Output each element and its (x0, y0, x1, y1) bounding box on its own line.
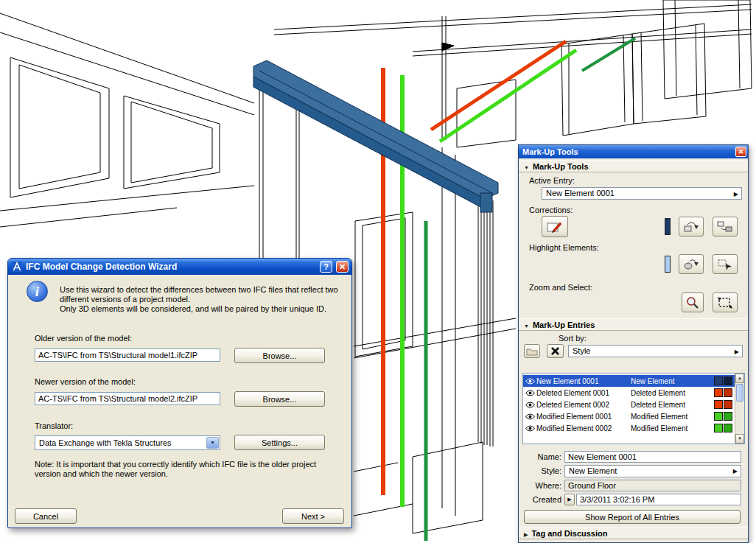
entry-created-row: Created ▶ 3/3/2011 3:02:16 PM (519, 493, 745, 506)
correction-tool-button[interactable] (542, 216, 568, 237)
visibility-eye-icon[interactable] (525, 402, 536, 408)
entry-swatch-2[interactable] (724, 424, 732, 432)
highlight-color-swatch[interactable] (665, 256, 671, 273)
newer-version-field[interactable]: AC-TS\IFC from TS\Structural model2.ifcZ… (35, 392, 220, 405)
expand-icon (524, 529, 528, 538)
entry-swatch-1[interactable] (714, 388, 723, 397)
entry-where-field: Ground Floor (564, 480, 741, 491)
add-correction-button[interactable] (679, 217, 704, 237)
palette-titlebar[interactable]: Mark-Up Tools ✕ (519, 145, 748, 158)
palette-close-icon[interactable]: ✕ (735, 147, 746, 157)
magnifier-icon (686, 296, 699, 309)
zoom-to-entry-button[interactable] (682, 292, 704, 312)
transfer-correction-button[interactable] (713, 217, 738, 237)
box-arrow-icon (683, 220, 699, 233)
created-label: Created (519, 495, 564, 504)
section-header-markup-entries[interactable]: Mark-Up Entries (519, 318, 748, 331)
entry-row[interactable]: Deleted Element 0001 Deleted Element (523, 387, 735, 399)
correction-color-swatch[interactable] (665, 218, 671, 235)
entry-name-field[interactable]: New Element 0001 (564, 451, 741, 463)
browse-newer-button[interactable]: Browse... (234, 391, 325, 407)
palette-title: Mark-Up Tools (522, 147, 578, 156)
help-icon[interactable]: ? (320, 261, 332, 273)
entry-name: Deleted Element 0001 (536, 389, 631, 397)
highlight-add-button[interactable] (679, 254, 704, 274)
name-label: Name: (519, 452, 564, 461)
older-version-label: Older version of the model: (35, 334, 132, 343)
entry-row[interactable]: New Element 0001 New Element (523, 375, 735, 387)
info-icon: i (27, 281, 48, 302)
entry-row[interactable]: Modified Element 0001 Modified Element (523, 410, 735, 422)
zoom-select-label: Zoom and Select: (529, 283, 592, 292)
visibility-eye-icon[interactable] (525, 390, 536, 396)
new-entry-folder-button[interactable] (524, 344, 540, 358)
entry-swatch-1[interactable] (714, 376, 723, 385)
intro-line-1: Use this wizard to detect the difference… (60, 285, 346, 304)
wizard-intro-text: Use this wizard to detect the difference… (60, 285, 346, 314)
active-entry-value: New Element 0001 (546, 189, 615, 197)
visibility-eye-icon[interactable] (525, 413, 536, 420)
select-elements-button[interactable] (713, 292, 738, 312)
scroll-up-icon[interactable]: ▲ (735, 374, 744, 383)
archicad-app-icon (12, 262, 22, 272)
active-entry-label: Active Entry: (529, 176, 575, 185)
scroll-down-icon[interactable]: ▼ (735, 434, 744, 444)
application-window: Mark-Up Tools ✕ Mark-Up Tools Active Ent… (0, 0, 756, 543)
wizard-body: i Use this wizard to detect the differen… (8, 275, 351, 528)
entry-row[interactable]: Modified Element 0002 Modified Element (523, 422, 735, 434)
settings-button[interactable]: Settings... (234, 435, 325, 450)
entries-scrollbar[interactable]: ▲ ▼ (735, 374, 744, 444)
entry-style-row: Style: New Element ▶ (519, 464, 745, 477)
delete-entry-button[interactable] (547, 344, 564, 358)
chevron-right-icon: ▶ (733, 466, 738, 477)
entry-name: Deleted Element 0002 (536, 401, 631, 409)
entry-swatch-2[interactable] (724, 400, 732, 409)
entry-style: Modified Element (631, 424, 713, 432)
created-expand-icon[interactable]: ▶ (564, 494, 575, 505)
entry-swatch-1[interactable] (714, 424, 723, 432)
translator-combobox[interactable]: Data Exchange with Tekla Structures ▼ (35, 435, 220, 450)
section-header-tag-discussion[interactable]: Tag and Discussion (519, 527, 748, 539)
section-title: Mark-Up Entries (533, 320, 595, 329)
visibility-eye-icon[interactable] (525, 378, 536, 385)
sort-by-dropdown[interactable]: Style ▶ (568, 345, 743, 357)
scroll-thumb[interactable] (736, 384, 743, 402)
entry-name: New Element 0001 (536, 377, 631, 385)
section-header-markup-tools[interactable]: Mark-Up Tools (519, 160, 748, 172)
show-report-button[interactable]: Show Report of All Entries (524, 510, 741, 524)
box-cursor-icon (717, 258, 733, 270)
sort-by-value: Style (573, 346, 590, 355)
close-icon[interactable]: ✕ (336, 261, 349, 273)
entry-style: Deleted Element (631, 389, 713, 397)
cancel-button[interactable]: Cancel (15, 508, 77, 524)
translator-value: Data Exchange with Tekla Structures (39, 438, 172, 447)
boxes-arrow-icon (717, 220, 733, 233)
entry-row[interactable]: Deleted Element 0002 Deleted Element (523, 399, 735, 410)
folder-icon (526, 347, 538, 356)
browse-older-button[interactable]: Browse... (234, 348, 325, 363)
chevron-down-icon[interactable]: ▼ (206, 437, 219, 449)
style-label: Style: (519, 466, 564, 475)
entry-swatch-2[interactable] (724, 412, 732, 421)
visibility-eye-icon[interactable] (525, 425, 536, 432)
intro-line-2: Only 3D elements will be considered, and… (60, 304, 346, 314)
wizard-titlebar[interactable]: IFC Model Change Detection Wizard ? ✕ (8, 259, 351, 275)
entry-swatch-2[interactable] (724, 376, 732, 385)
entry-name: Modified Element 0002 (536, 424, 631, 432)
active-entry-dropdown[interactable]: New Element 0001 ▶ (542, 187, 742, 200)
translator-label: Translator: (35, 421, 73, 430)
entry-swatch-2[interactable] (724, 388, 732, 397)
entry-name-row: Name: New Element 0001 (519, 450, 745, 463)
next-button[interactable]: Next > (282, 508, 344, 524)
entry-where-row: Where: Ground Floor (519, 479, 745, 492)
section-title: Tag and Discussion (531, 529, 607, 538)
entry-style-dropdown[interactable]: New Element ▶ (564, 465, 741, 477)
highlight-elements-label: Highlight Elements: (529, 243, 599, 252)
highlight-remove-button[interactable] (713, 254, 738, 274)
ifc-change-detection-wizard: IFC Model Change Detection Wizard ? ✕ i … (7, 258, 352, 528)
entry-swatch-1[interactable] (714, 400, 723, 409)
entry-style: Deleted Element (631, 401, 713, 409)
chevron-right-icon: ▶ (735, 346, 739, 357)
entry-swatch-1[interactable] (714, 412, 723, 421)
older-version-field[interactable]: AC-TS\IFC from TS\Structural model1.ifcZ… (35, 348, 220, 362)
